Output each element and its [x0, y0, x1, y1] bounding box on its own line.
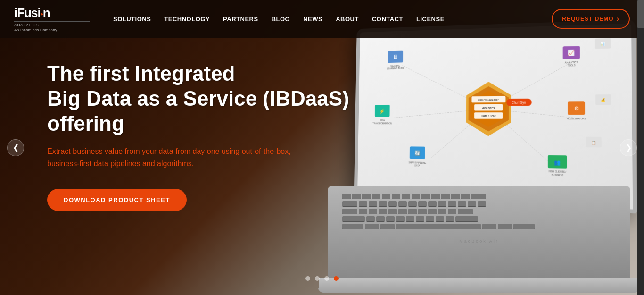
logo-divider	[14, 21, 90, 22]
carousel-dot-2[interactable]	[324, 276, 329, 281]
svg-text:NEW CLIENTS /: NEW CLIENTS /	[549, 170, 567, 173]
logo-fusion-text: Fusi	[17, 6, 40, 20]
carousel-prev-button[interactable]: ❮	[7, 139, 24, 156]
request-demo-arrow-icon: ›	[617, 15, 619, 23]
nav-license[interactable]: LICENSE	[416, 16, 445, 23]
main-nav: SOLUTIONS TECHNOLOGY PARTNERS BLOG NEWS …	[113, 16, 552, 23]
hero-title: The first Integrated Big Data as a Servi…	[47, 61, 368, 136]
main-header: iFusi●n ANALYTICS An Innominds Company S…	[0, 0, 644, 38]
svg-text:🔄: 🔄	[414, 150, 421, 156]
svg-text:ANALYTICS: ANALYTICS	[565, 61, 578, 64]
logo-subtitle: An Innominds Company	[14, 28, 57, 32]
download-product-sheet-button[interactable]: DOWNLOAD PRODUCT SHEET	[47, 189, 187, 211]
svg-text:DATA: DATA	[380, 119, 385, 122]
hero-content: The first Integrated Big Data as a Servi…	[47, 61, 368, 211]
request-demo-button[interactable]: REQUEST DEMO ›	[552, 9, 630, 29]
scrollbar-thumb[interactable]	[637, 0, 644, 28]
logo[interactable]: iFusi●n	[14, 6, 50, 20]
nav-contact[interactable]: CONTACT	[372, 16, 403, 23]
svg-text:📋: 📋	[591, 140, 596, 145]
svg-text:LEARNING ALGO: LEARNING ALGO	[387, 67, 404, 70]
macbook-label: MacBook Air	[328, 239, 630, 244]
carousel-dot-3[interactable]	[334, 276, 339, 281]
arrow-right-icon: ❯	[626, 143, 632, 152]
svg-text:TRANSFORMATION: TRANSFORMATION	[372, 122, 392, 125]
svg-text:⚡: ⚡	[380, 109, 385, 115]
svg-text:Analytics: Analytics	[482, 106, 495, 110]
carousel-dots	[305, 276, 339, 281]
laptop-screen-inner: Data Visualization Analytics Data Store …	[357, 24, 633, 210]
svg-text:Data Visualization: Data Visualization	[478, 98, 499, 101]
svg-text:🖥: 🖥	[393, 54, 398, 59]
svg-text:DATA: DATA	[414, 165, 420, 167]
svg-text:ACCELERATORS: ACCELERATORS	[567, 118, 586, 120]
logo-analytics-text: ANALYTICS	[14, 23, 39, 27]
hero-title-line1: The first Integrated	[47, 62, 235, 85]
request-demo-label: REQUEST DEMO	[562, 16, 613, 22]
svg-text:ChurnSyn: ChurnSyn	[512, 101, 526, 105]
hero-section: iFusi●n ANALYTICS An Innominds Company S…	[0, 0, 644, 295]
data-diagram: Data Visualization Analytics Data Store …	[357, 24, 633, 210]
svg-text:💰: 💰	[601, 98, 606, 102]
nav-about[interactable]: ABOUT	[336, 16, 359, 23]
svg-text:BUSINESS: BUSINESS	[552, 174, 563, 177]
hero-subtitle: Extract business value from your data fr…	[47, 145, 306, 169]
nav-technology[interactable]: TECHNOLOGY	[164, 16, 210, 23]
svg-text:👥: 👥	[554, 159, 561, 166]
scrollbar[interactable]	[637, 0, 644, 295]
svg-text:📊: 📊	[601, 42, 606, 46]
svg-text:MACHINE: MACHINE	[390, 65, 400, 67]
carousel-next-button[interactable]: ❯	[620, 139, 637, 156]
svg-text:TOOLS: TOOLS	[568, 64, 576, 67]
svg-text:⚙: ⚙	[574, 106, 578, 111]
carousel-dot-0[interactable]	[305, 276, 310, 281]
logo-n-text: n	[43, 6, 50, 20]
carousel-dot-1[interactable]	[315, 276, 320, 281]
arrow-left-icon: ❮	[13, 143, 19, 152]
svg-text:SMART PIPELINE: SMART PIPELINE	[409, 161, 426, 164]
hero-title-line2: Big Data as a Service (IBDaaS) offering	[47, 87, 349, 135]
laptop-base	[318, 278, 640, 293]
laptop-keyboard: MacBook Air	[328, 186, 630, 281]
nav-blog[interactable]: BLOG	[272, 16, 290, 23]
svg-text:📈: 📈	[568, 49, 575, 56]
nav-solutions[interactable]: SOLUTIONS	[113, 16, 151, 23]
svg-text:Data Store: Data Store	[481, 114, 496, 118]
logo-area: iFusi●n ANALYTICS An Innominds Company	[14, 6, 90, 32]
laptop-screen: Data Visualization Analytics Data Store …	[354, 19, 637, 213]
nav-news[interactable]: NEWS	[303, 16, 322, 23]
nav-partners[interactable]: PARTNERS	[223, 16, 258, 23]
